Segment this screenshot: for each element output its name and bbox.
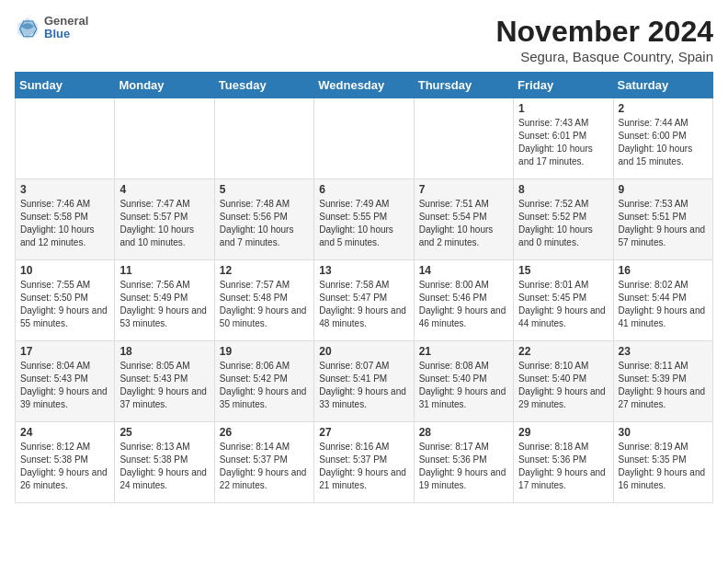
calendar-cell: 14Sunrise: 8:00 AM Sunset: 5:46 PM Dayli… [414,260,513,341]
header-tuesday: Tuesday [214,73,313,98]
day-number: 14 [419,264,508,277]
calendar-cell: 5Sunrise: 7:48 AM Sunset: 5:56 PM Daylig… [214,179,313,260]
header-wednesday: Wednesday [314,73,414,98]
calendar-cell: 19Sunrise: 8:06 AM Sunset: 5:42 PM Dayli… [214,341,313,422]
day-number: 10 [20,264,109,277]
day-info: Sunrise: 8:11 AM Sunset: 5:39 PM Dayligh… [619,360,708,411]
logo-text: General Blue [44,15,88,41]
day-number: 4 [119,183,209,196]
calendar-cell: 10Sunrise: 7:55 AM Sunset: 5:50 PM Dayli… [16,260,115,341]
calendar-table: SundayMondayTuesdayWednesdayThursdayFrid… [15,72,713,503]
day-number: 1 [518,102,608,115]
header-monday: Monday [115,73,214,98]
logo: General Blue [15,15,88,41]
location-text: Segura, Basque Country, Spain [495,49,713,64]
month-title: November 2024 [495,15,713,49]
day-info: Sunrise: 8:10 AM Sunset: 5:40 PM Dayligh… [518,360,608,411]
calendar-cell: 28Sunrise: 8:17 AM Sunset: 5:36 PM Dayli… [414,422,513,503]
calendar-cell: 18Sunrise: 8:05 AM Sunset: 5:43 PM Dayli… [115,341,214,422]
calendar-cell: 17Sunrise: 8:04 AM Sunset: 5:43 PM Dayli… [16,341,115,422]
day-info: Sunrise: 8:01 AM Sunset: 5:45 PM Dayligh… [518,279,608,330]
day-info: Sunrise: 8:16 AM Sunset: 5:37 PM Dayligh… [319,441,408,492]
calendar-cell: 4Sunrise: 7:47 AM Sunset: 5:57 PM Daylig… [115,179,214,260]
calendar-cell: 12Sunrise: 7:57 AM Sunset: 5:48 PM Dayli… [214,260,313,341]
day-info: Sunrise: 7:58 AM Sunset: 5:47 PM Dayligh… [319,279,408,330]
calendar-week-row: 17Sunrise: 8:04 AM Sunset: 5:43 PM Dayli… [16,341,713,422]
calendar-cell: 11Sunrise: 7:56 AM Sunset: 5:49 PM Dayli… [115,260,214,341]
day-number: 27 [319,426,408,439]
day-info: Sunrise: 7:43 AM Sunset: 6:01 PM Dayligh… [518,117,608,168]
logo-blue-text: Blue [44,28,88,40]
day-number: 9 [619,183,708,196]
calendar-cell [214,98,313,179]
day-number: 18 [119,345,209,358]
calendar-cell: 7Sunrise: 7:51 AM Sunset: 5:54 PM Daylig… [414,179,513,260]
calendar-week-row: 10Sunrise: 7:55 AM Sunset: 5:50 PM Dayli… [16,260,713,341]
day-number: 11 [119,264,209,277]
calendar-cell: 30Sunrise: 8:19 AM Sunset: 5:35 PM Dayli… [613,422,712,503]
day-number: 13 [319,264,408,277]
day-info: Sunrise: 8:14 AM Sunset: 5:37 PM Dayligh… [220,441,309,492]
day-info: Sunrise: 8:05 AM Sunset: 5:43 PM Dayligh… [119,360,209,411]
logo-general-text: General [44,15,88,28]
calendar-cell [16,98,115,179]
day-number: 8 [518,183,608,196]
title-area: November 2024 Segura, Basque Country, Sp… [495,15,713,64]
calendar-cell: 29Sunrise: 8:18 AM Sunset: 5:36 PM Dayli… [514,422,613,503]
day-number: 23 [619,345,708,358]
day-number: 16 [619,264,708,277]
day-number: 12 [220,264,309,277]
day-number: 17 [20,345,109,358]
day-info: Sunrise: 8:17 AM Sunset: 5:36 PM Dayligh… [419,441,508,492]
day-number: 3 [20,183,109,196]
day-info: Sunrise: 8:13 AM Sunset: 5:38 PM Dayligh… [119,441,209,492]
day-info: Sunrise: 7:55 AM Sunset: 5:50 PM Dayligh… [20,279,109,330]
day-info: Sunrise: 8:06 AM Sunset: 5:42 PM Dayligh… [220,360,309,411]
day-info: Sunrise: 8:08 AM Sunset: 5:40 PM Dayligh… [419,360,508,411]
day-info: Sunrise: 7:52 AM Sunset: 5:52 PM Dayligh… [518,198,608,249]
day-number: 22 [518,345,608,358]
day-number: 24 [20,426,109,439]
calendar-cell: 8Sunrise: 7:52 AM Sunset: 5:52 PM Daylig… [514,179,613,260]
header-saturday: Saturday [613,73,712,98]
day-number: 7 [419,183,508,196]
day-info: Sunrise: 7:51 AM Sunset: 5:54 PM Dayligh… [419,198,508,249]
day-info: Sunrise: 7:56 AM Sunset: 5:49 PM Dayligh… [119,279,209,330]
day-info: Sunrise: 8:07 AM Sunset: 5:41 PM Dayligh… [319,360,408,411]
day-number: 19 [220,345,309,358]
calendar-cell: 1Sunrise: 7:43 AM Sunset: 6:01 PM Daylig… [514,98,613,179]
page-header: General Blue November 2024 Segura, Basqu… [15,15,713,64]
day-info: Sunrise: 7:53 AM Sunset: 5:51 PM Dayligh… [619,198,708,249]
day-info: Sunrise: 8:04 AM Sunset: 5:43 PM Dayligh… [20,360,109,411]
day-info: Sunrise: 8:00 AM Sunset: 5:46 PM Dayligh… [419,279,508,330]
day-number: 29 [518,426,608,439]
header-friday: Friday [514,73,613,98]
calendar-cell: 22Sunrise: 8:10 AM Sunset: 5:40 PM Dayli… [514,341,613,422]
day-info: Sunrise: 7:46 AM Sunset: 5:58 PM Dayligh… [20,198,109,249]
header-sunday: Sunday [16,73,115,98]
day-info: Sunrise: 8:18 AM Sunset: 5:36 PM Dayligh… [518,441,608,492]
day-info: Sunrise: 7:49 AM Sunset: 5:55 PM Dayligh… [319,198,408,249]
day-number: 26 [220,426,309,439]
calendar-cell: 3Sunrise: 7:46 AM Sunset: 5:58 PM Daylig… [16,179,115,260]
day-info: Sunrise: 7:48 AM Sunset: 5:56 PM Dayligh… [220,198,309,249]
calendar-cell: 23Sunrise: 8:11 AM Sunset: 5:39 PM Dayli… [613,341,712,422]
calendar-cell: 24Sunrise: 8:12 AM Sunset: 5:38 PM Dayli… [16,422,115,503]
day-number: 20 [319,345,408,358]
day-info: Sunrise: 8:02 AM Sunset: 5:44 PM Dayligh… [619,279,708,330]
calendar-header-row: SundayMondayTuesdayWednesdayThursdayFrid… [16,73,713,98]
day-number: 30 [619,426,708,439]
calendar-cell: 21Sunrise: 8:08 AM Sunset: 5:40 PM Dayli… [414,341,513,422]
day-info: Sunrise: 8:19 AM Sunset: 5:35 PM Dayligh… [619,441,708,492]
calendar-cell: 2Sunrise: 7:44 AM Sunset: 6:00 PM Daylig… [613,98,712,179]
calendar-cell: 6Sunrise: 7:49 AM Sunset: 5:55 PM Daylig… [314,179,414,260]
day-info: Sunrise: 7:47 AM Sunset: 5:57 PM Dayligh… [119,198,209,249]
calendar-cell: 16Sunrise: 8:02 AM Sunset: 5:44 PM Dayli… [613,260,712,341]
day-number: 15 [518,264,608,277]
day-number: 2 [619,102,708,115]
calendar-cell [314,98,414,179]
calendar-cell: 15Sunrise: 8:01 AM Sunset: 5:45 PM Dayli… [514,260,613,341]
day-info: Sunrise: 7:57 AM Sunset: 5:48 PM Dayligh… [220,279,309,330]
day-number: 21 [419,345,508,358]
day-info: Sunrise: 7:44 AM Sunset: 6:00 PM Dayligh… [619,117,708,168]
